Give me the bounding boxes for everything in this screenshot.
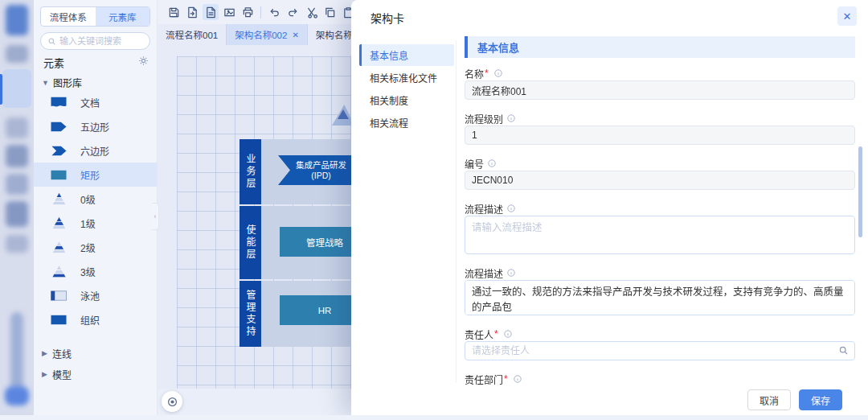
shape-item[interactable]: 2级 [34,235,157,259]
field-label-text: 责任人 [465,327,493,341]
gear-icon[interactable] [138,55,149,69]
close-button[interactable]: ✕ [837,6,857,26]
sidebar-collapse-handle[interactable]: ‹ [152,203,159,230]
search-input[interactable] [59,36,143,46]
required-asterisk: * [504,373,508,385]
shape-group-label: 图形库 [53,76,82,89]
shape-item-label: 0级 [80,192,96,206]
shape-item[interactable]: 3级 [34,259,157,283]
field-label-text: 流程级别 [465,112,503,126]
field-label: 编号 [465,158,855,169]
cut-icon[interactable] [303,4,319,20]
tree-group-label: 模型 [52,368,72,381]
shape-item[interactable]: 0级 [34,187,157,211]
field-label: 名称* [465,68,855,79]
required-asterisk: * [485,68,489,79]
document-tab[interactable]: 流程名称001 [158,24,227,45]
shape-item[interactable]: 六边形 [34,138,157,163]
field-search-input[interactable] [465,341,855,360]
info-icon [493,68,503,78]
modal-nav-item[interactable]: 相关流程 [359,112,454,134]
shape-item[interactable]: 1级 [34,211,157,235]
shape-item[interactable]: 五边形 [34,114,157,138]
shape-item[interactable]: 文档 [34,90,157,114]
shape-item-label: 五边形 [80,120,109,134]
field-input[interactable] [465,171,855,190]
shape-item-label: 3级 [80,265,96,278]
sidebar-tab-inactive[interactable]: 流程体系 [41,7,96,26]
blurred-app-icon[interactable] [6,201,28,227]
form-field: 责任人* [465,328,855,373]
sidebar-tab-switch: 流程体系元素库 [40,6,150,27]
caret-right-icon: ▶ [42,349,47,357]
form-field: 流程描述 [465,203,855,254]
field-label-text: 名称 [465,67,484,80]
swimlane-label[interactable]: 管理支持 [240,281,261,347]
modal-nav-item[interactable]: 相关制度 [359,89,454,111]
export-image-icon[interactable] [221,4,237,20]
blurred-app-icon[interactable] [6,145,28,167]
form-field: 流程描述 [465,267,855,315]
blurred-app-icon[interactable] [6,117,28,138]
required-asterisk: * [494,328,498,340]
pyramid-level2-icon [48,240,69,254]
shape-item-label: 文档 [80,96,100,109]
blurred-app-icon[interactable] [6,5,28,35]
shape-subtext: (IPD) [311,171,331,181]
modal-scrollbar[interactable] [858,146,862,237]
locate-center-button[interactable] [162,391,182,412]
redo-icon[interactable] [285,4,301,20]
search-icon [47,37,56,46]
pentagon-shape-icon [48,119,69,134]
field-input[interactable] [465,80,855,100]
modal-nav-item[interactable]: 相关标准化文件 [359,67,454,89]
shape-group-row[interactable]: ▼ 图形库 [42,76,82,89]
caret-right-icon: ▶ [42,370,47,378]
field-label: 流程描述 [465,267,855,278]
swimlane-label[interactable]: 业务层 [240,139,261,204]
blurred-app-icon[interactable] [6,45,28,63]
field-textarea[interactable] [465,280,855,315]
export-file-icon[interactable] [184,4,200,20]
save-button[interactable]: 保存 [799,389,842,410]
print-icon[interactable] [240,4,256,20]
new-file-icon[interactable] [203,4,219,20]
blurred-app-icon[interactable] [10,312,23,391]
caret-down-icon: ▼ [42,79,49,87]
shape-item[interactable]: 矩形 [34,163,157,187]
tree-group-label: 连线 [52,347,72,360]
document-tab[interactable]: 架构名称002✕ [227,24,308,45]
shape-item-label: 组织 [80,313,100,327]
tree-group-collapsed[interactable]: ▶连线 [42,343,72,364]
shape-item-label: 六边形 [80,144,109,158]
shape-item-label: 泳池 [80,289,100,303]
modal-nav: 基本信息相关标准化文件相关制度相关流程 [359,44,454,134]
dock-active-highlight [2,69,31,108]
form-field: 流程级别 [465,113,855,158]
swimlane-label[interactable]: 使能层 [240,206,261,279]
shape-item[interactable]: 组织 [34,307,157,331]
modal-nav-item[interactable]: 基本信息 [359,44,454,66]
info-icon [487,159,497,168]
modal-content: 基本信息 名称*流程级别编号流程描述流程描述责任人*责任部门* [465,36,855,415]
pool-shape-icon [48,288,69,303]
shape-item[interactable]: 泳池 [34,283,157,307]
field-input[interactable] [465,126,855,145]
dock-scrollbar[interactable] [5,386,29,406]
shape-item-label: 1级 [80,216,96,230]
info-icon [506,204,516,213]
shape-text: 集成产品研发 [296,160,346,171]
field-textarea[interactable] [465,216,855,254]
blurred-app-icon[interactable] [6,174,28,195]
close-tab-icon[interactable]: ✕ [292,31,298,39]
tree-group-collapsed[interactable]: ▶模型 [42,364,72,385]
sidebar-tab-active[interactable]: 元素库 [96,7,150,26]
blurred-app-icon[interactable] [6,235,28,253]
undo-icon[interactable] [266,4,282,20]
form-fields: 名称*流程级别编号流程描述流程描述责任人*责任部门* [465,68,855,415]
copy-icon[interactable] [321,4,338,20]
save-icon[interactable] [166,4,182,20]
collapsed-groups: ▶连线▶模型 [42,343,72,385]
cancel-button[interactable]: 取消 [747,389,791,410]
field-label: 责任人* [465,328,855,340]
